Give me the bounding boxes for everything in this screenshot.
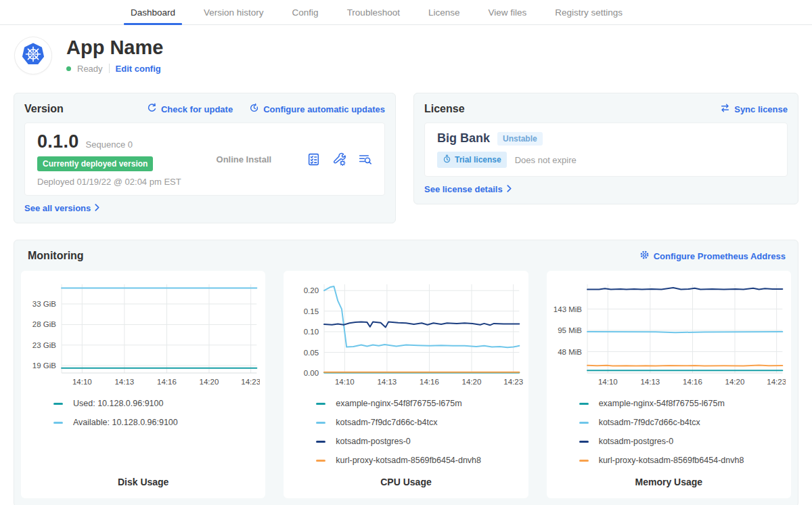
gear-icon: [639, 250, 650, 262]
customer-name: Big Bank: [437, 131, 490, 146]
svg-text:19 GiB: 19 GiB: [32, 361, 57, 370]
legend-item: Used: 10.128.0.96:9100: [53, 399, 260, 408]
license-card: License Sync license Big Bank Unstable: [413, 93, 798, 204]
cpu-usage-chart-card: 0.000.050.100.150.2014:1014:1314:1614:20…: [284, 271, 528, 498]
status-dot-icon: [66, 66, 71, 71]
legend-swatch: [53, 403, 63, 405]
clock-schedule-icon: [249, 103, 259, 115]
legend-swatch: [579, 460, 589, 462]
disk-usage-chart-card: 19 GiB23 GiB28 GiB33 GiB14:1014:1314:161…: [21, 271, 265, 498]
kubernetes-wheel-icon: [16, 37, 51, 74]
tab-config[interactable]: Config: [286, 0, 325, 24]
sequence-label: Sequence 0: [86, 139, 133, 150]
svg-text:33 GiB: 33 GiB: [32, 300, 57, 308]
legend-item: kurl-proxy-kotsadm-8569fb6454-dnvh8: [316, 456, 522, 465]
legend-label: kotsadm-7f9dc7d66c-b4tcx: [336, 418, 437, 427]
memory-usage-chart-card: 48 MiB95 MiB143 MiB14:1014:1314:1614:201…: [547, 271, 791, 498]
deployed-timestamp: Deployed 01/19/22 @ 02:04 pm EST: [37, 177, 181, 187]
legend-swatch: [579, 422, 589, 424]
legend-item: kotsadm-postgres-0: [316, 437, 522, 446]
legend-label: kurl-proxy-kotsadm-8569fb6454-dnvh8: [599, 456, 744, 465]
tab-registry-settings[interactable]: Registry settings: [548, 0, 629, 24]
svg-text:28 GiB: 28 GiB: [32, 320, 57, 328]
top-nav: Dashboard Version history Config Trouble…: [0, 0, 812, 25]
license-details-box: Big Bank Unstable Trial license Does not…: [424, 123, 788, 177]
legend-item: kotsadm-7f9dc7d66c-b4tcx: [316, 418, 522, 427]
app-header: App Name Ready Edit config: [0, 25, 812, 82]
svg-text:95 MiB: 95 MiB: [558, 326, 582, 334]
divider: [109, 64, 110, 73]
legend-label: kurl-proxy-kotsadm-8569fb6454-dnvh8: [336, 456, 481, 465]
legend-swatch: [53, 422, 63, 424]
version-card: Version Check for update: [14, 93, 396, 223]
tab-view-files[interactable]: View files: [481, 0, 533, 24]
check-for-update-link[interactable]: Check for update: [147, 103, 233, 115]
license-card-title: License: [424, 103, 465, 115]
sync-license-link[interactable]: Sync license: [720, 103, 788, 115]
tab-dashboard[interactable]: Dashboard: [124, 0, 182, 24]
legend-label: example-nginx-54f8f76755-l675m: [599, 399, 725, 408]
svg-text:23 GiB: 23 GiB: [32, 341, 57, 349]
channel-badge: Unstable: [497, 132, 543, 146]
edit-config-link[interactable]: Edit config: [116, 64, 161, 74]
legend-label: Used: 10.128.0.96:9100: [73, 399, 163, 408]
svg-text:143 MiB: 143 MiB: [553, 305, 582, 313]
svg-text:14:23: 14:23: [504, 378, 523, 386]
tab-troubleshoot[interactable]: Troubleshoot: [340, 0, 407, 24]
preflight-checklist-icon[interactable]: [307, 152, 321, 167]
stopwatch-icon: [443, 154, 451, 165]
deployed-status-badge: Currently deployed version: [37, 156, 153, 171]
configure-automatic-updates-link[interactable]: Configure automatic updates: [249, 103, 385, 115]
svg-text:14:10: 14:10: [335, 378, 355, 386]
svg-text:0.00: 0.00: [304, 369, 319, 377]
legend-swatch: [579, 403, 589, 405]
svg-text:14:20: 14:20: [200, 378, 219, 386]
memory-usage-legend: example-nginx-54f8f76755-l675mkotsadm-7f…: [579, 399, 786, 465]
svg-text:14:16: 14:16: [157, 378, 177, 386]
logs-magnifier-icon[interactable]: [358, 152, 372, 167]
legend-label: kotsadm-7f9dc7d66c-b4tcx: [599, 418, 700, 427]
chevron-right-icon: [507, 184, 512, 194]
cards-row: Version Check for update: [0, 93, 812, 223]
expiration-text: Does not expire: [515, 155, 577, 165]
legend-label: Available: 10.128.0.96:9100: [73, 418, 178, 427]
tab-license[interactable]: License: [422, 0, 467, 24]
legend-label: kotsadm-postgres-0: [336, 437, 410, 446]
tab-version-history[interactable]: Version history: [197, 0, 271, 24]
legend-swatch: [316, 460, 325, 462]
see-all-versions-link[interactable]: See all versions: [24, 203, 99, 213]
legend-swatch: [579, 441, 589, 443]
page-title: App Name: [66, 37, 163, 59]
legend-label: example-nginx-54f8f76755-l675m: [336, 399, 461, 408]
disk-usage-chart: 19 GiB23 GiB28 GiB33 GiB14:1014:1314:161…: [26, 279, 260, 391]
svg-text:14:10: 14:10: [598, 378, 618, 386]
version-card-title: Version: [24, 103, 64, 115]
cpu-usage-legend: example-nginx-54f8f76755-l675mkotsadm-7f…: [316, 399, 522, 465]
legend-swatch: [316, 441, 325, 443]
legend-item: kotsadm-7f9dc7d66c-b4tcx: [579, 418, 786, 427]
svg-text:14:20: 14:20: [725, 378, 744, 386]
legend-swatch: [316, 403, 325, 405]
monitoring-title: Monitoring: [28, 250, 84, 262]
swap-arrows-icon: [720, 103, 730, 115]
svg-text:14:13: 14:13: [114, 378, 134, 386]
chevron-right-icon: [95, 203, 99, 213]
legend-swatch: [316, 422, 325, 424]
see-license-details-link[interactable]: See license details: [424, 184, 512, 194]
disk-usage-title: Disk Usage: [26, 468, 260, 490]
svg-text:14:10: 14:10: [72, 378, 92, 386]
deployed-version-box: 0.1.0 Sequence 0 Currently deployed vers…: [24, 123, 385, 196]
trial-license-badge: Trial license: [437, 152, 507, 168]
svg-text:14:20: 14:20: [462, 378, 482, 386]
app-avatar: [15, 37, 51, 74]
wrench-gear-config-icon[interactable]: [332, 152, 346, 167]
svg-text:14:23: 14:23: [241, 378, 260, 386]
svg-text:0.20: 0.20: [304, 286, 319, 294]
memory-usage-title: Memory Usage: [552, 468, 786, 490]
cpu-usage-title: CPU Usage: [289, 468, 522, 490]
configure-prometheus-link[interactable]: Configure Prometheus Address: [639, 250, 786, 262]
install-type-label: Online Install: [217, 154, 272, 164]
svg-text:0.05: 0.05: [304, 349, 319, 357]
status-text: Ready: [77, 64, 103, 74]
svg-text:14:16: 14:16: [420, 378, 439, 386]
